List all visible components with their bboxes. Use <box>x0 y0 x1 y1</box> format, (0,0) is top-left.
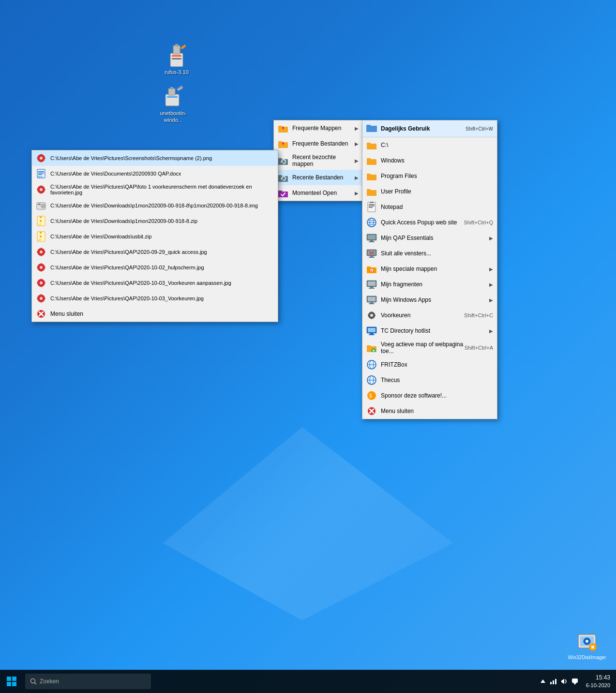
desktop-icon-win32diskimager[interactable]: Win32DiskImager <box>568 630 606 660</box>
menu-item-momenteel-open[interactable]: Momenteel Open ▶ <box>274 185 362 201</box>
desktop-icon-rufus[interactable]: rufus-3.10 <box>157 44 196 75</box>
red-gear-icon-7 <box>36 247 46 257</box>
program-files-label: Program Files <box>381 173 493 179</box>
folder-c-icon <box>366 140 377 150</box>
menu-item-sponsor[interactable]: $ Sponsor deze software!... <box>362 388 497 403</box>
recent-file-10[interactable]: C:\Users\Abe de Vries\Pictures\QAP\2020-… <box>32 291 278 306</box>
menu-item-frequente-bestanden[interactable]: Frequente Bestanden ▶ <box>274 136 362 151</box>
tray-icons <box>539 677 579 686</box>
taskbar-search[interactable]: Zoeken <box>25 674 151 689</box>
menu-item-program-files[interactable]: Program Files <box>362 168 497 184</box>
tray-icon-up[interactable] <box>539 677 547 686</box>
recente-bestanden-arrow: ▶ <box>355 175 359 180</box>
menu-item-c-drive[interactable]: C:\ <box>362 137 497 153</box>
svg-rect-173 <box>572 678 578 683</box>
recent-file-2[interactable]: docx C:\Users\Abe de Vries\Documents\202… <box>32 166 278 181</box>
svg-rect-164 <box>12 682 16 686</box>
svg-rect-105 <box>41 154 42 156</box>
tray-icon-volume[interactable] <box>560 677 569 686</box>
menu-item-notepad[interactable]: Notepad <box>362 199 497 215</box>
menu-item-frequente-mappen[interactable]: Frequente Mappen ▶ <box>274 120 362 136</box>
menu-item-voeg-map[interactable]: Voeg actieve map of webpagina toe... Shi… <box>362 339 497 357</box>
svg-rect-118 <box>37 189 39 190</box>
sponsor-icon: $ <box>366 390 377 401</box>
svg-rect-131 <box>40 234 42 236</box>
svg-rect-86 <box>368 328 376 332</box>
menu-item-mijn-qap-essentials[interactable]: Mijn QAP Essentials ▶ <box>362 230 497 246</box>
rufus-icon <box>165 44 188 67</box>
mijn-windows-apps-arrow: ▶ <box>489 297 493 303</box>
red-gear-icon-1 <box>36 153 46 163</box>
svg-rect-151 <box>44 282 45 283</box>
recent-file-1[interactable]: C:\Users\Abe de Vries\Pictures\Screensho… <box>32 150 278 166</box>
menu-item-menu-sluiten-recent[interactable]: Menu sluiten <box>32 306 278 322</box>
voorkeuren-shortcut: Shift+Ctrl+C <box>464 312 493 318</box>
menu-item-menu-sluiten-main[interactable]: Menu sluiten <box>362 403 497 419</box>
unetbootin-icon <box>162 85 185 108</box>
menu-item-fritzbox[interactable]: FRITZBox <box>362 357 497 372</box>
recent-file-4[interactable]: C:\Users\Abe de Vries\Downloads\p1mon202… <box>32 198 278 213</box>
svg-rect-88 <box>367 345 371 347</box>
menu-item-mijn-windows-apps[interactable]: Mijn Windows Apps ▶ <box>362 292 497 308</box>
svg-rect-4 <box>172 58 181 59</box>
menu-item-recent-bezochte[interactable]: Recent bezochte mappen ▶ <box>274 151 362 170</box>
svg-point-16 <box>586 640 588 643</box>
tray-icon-network[interactable] <box>549 677 558 686</box>
menu-item-mijn-fragmenten[interactable]: Mijn fragmenten ▶ <box>362 277 497 292</box>
mijn-speciale-mappen-arrow: ▶ <box>489 266 493 272</box>
svg-rect-107 <box>37 158 39 159</box>
qap-main-menu: Frequente Mappen ▶ Frequente Bestanden ▶ <box>273 120 363 201</box>
svg-rect-143 <box>41 270 42 272</box>
menu-item-windows[interactable]: Windows <box>362 153 497 168</box>
desktop: rufus-3.10 unetbootin-windo... <box>0 0 616 693</box>
menu-item-quick-access-web[interactable]: Quick Access Popup web site Shift+Ctrl+Q <box>362 215 497 230</box>
voeg-map-shortcut: Shift+Ctrl+A <box>465 345 493 351</box>
recent-file-9[interactable]: C:\Users\Abe de Vries\Pictures\QAP\2020-… <box>32 275 278 291</box>
recent-file-7-label: C:\Users\Abe de Vries\Pictures\QAP\2020-… <box>50 249 274 255</box>
svg-marker-167 <box>541 679 545 683</box>
taskbar-start-button[interactable] <box>0 670 23 693</box>
svg-text:$: $ <box>369 393 372 398</box>
recent-file-7[interactable]: C:\Users\Abe de Vries\Pictures\QAP\2020-… <box>32 244 278 260</box>
svg-rect-172 <box>561 680 562 682</box>
tray-icon-notification[interactable] <box>571 677 579 686</box>
recent-file-3[interactable]: C:\Users\Abe de Vries\Pictures\QAP\foto … <box>32 181 278 198</box>
frequente-mappen-arrow: ▶ <box>355 126 359 131</box>
menu-item-mijn-speciale-mappen[interactable]: ★ Mijn speciale mappen ▶ <box>362 261 497 277</box>
svg-rect-145 <box>44 267 45 268</box>
menu-item-recente-bestanden[interactable]: Recente Bestanden ▶ <box>274 170 362 185</box>
svg-point-115 <box>40 188 43 191</box>
menu-item-sluit-vensters[interactable]: Sluit alle vensters... <box>362 246 497 261</box>
svg-point-165 <box>31 679 35 683</box>
menu-item-user-profile[interactable]: User Profile <box>362 184 497 199</box>
mijn-qap-essentials-label: Mijn QAP Essentials <box>381 235 489 241</box>
svg-rect-72 <box>368 281 376 286</box>
red-gear-icon-10 <box>36 293 46 304</box>
red-gear-icon-9 <box>36 278 46 288</box>
svg-rect-44 <box>367 189 371 191</box>
svg-rect-28 <box>278 158 282 160</box>
recent-file-6[interactable]: ZIP C:\Users\Abe de Vries\Downloads\usbi… <box>32 229 278 244</box>
svg-rect-22 <box>594 646 596 648</box>
momenteel-open-arrow: ▶ <box>355 191 359 196</box>
svg-marker-174 <box>573 683 576 685</box>
recent-file-8[interactable]: C:\Users\Abe de Vries\Pictures\QAP\2020-… <box>32 260 278 275</box>
menu-item-tc-directory[interactable]: TC Directory hotlist ▶ <box>362 323 497 339</box>
svg-rect-132 <box>40 236 42 237</box>
windows-label: Windows <box>381 157 493 164</box>
menu-item-thecus[interactable]: Thecus <box>362 372 497 388</box>
recent-bezochte-arrow: ▶ <box>355 158 359 163</box>
desktop-icon-unetbootin[interactable]: unetbootin-windo... <box>154 85 193 124</box>
recent-file-1-label: C:\Users\Abe de Vries\Pictures\Screensho… <box>50 155 274 161</box>
tray-clock[interactable]: 15:43 6-10-2020 <box>586 674 610 689</box>
svg-rect-70 <box>370 287 373 288</box>
frequente-bestanden-label: Frequente Bestanden <box>292 140 355 147</box>
svg-rect-168 <box>550 682 552 684</box>
svg-rect-66 <box>367 266 371 268</box>
svg-rect-58 <box>368 235 376 239</box>
recent-file-5[interactable]: ZIP C:\Users\Abe de Vries\Downloads\p1mo… <box>32 213 278 229</box>
svg-rect-24 <box>278 126 282 128</box>
taskbar-tray: 15:43 6-10-2020 <box>539 674 616 689</box>
svg-rect-10 <box>167 96 178 98</box>
menu-item-voorkeuren[interactable]: Voorkeuren Shift+Ctrl+C <box>362 308 497 323</box>
